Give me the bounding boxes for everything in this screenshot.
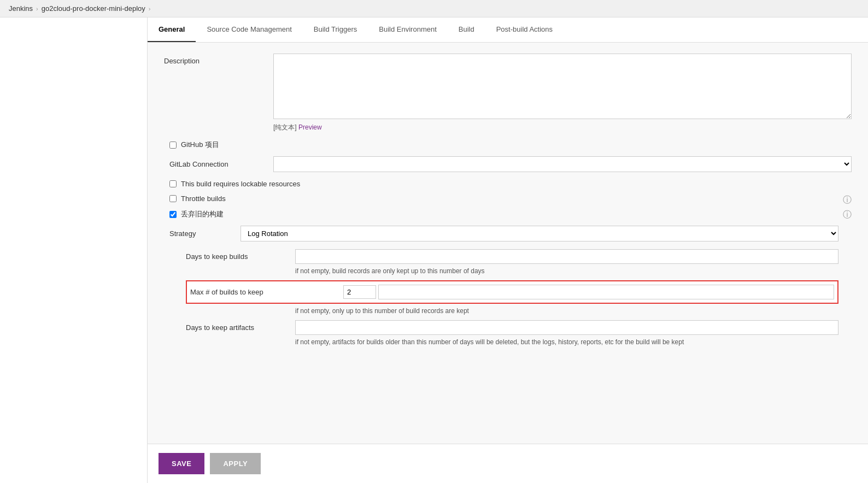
- tab-post-build[interactable]: Post-build Actions: [485, 17, 564, 42]
- github-project-label: GitHub 项目: [181, 140, 219, 150]
- strategy-label: Strategy: [169, 229, 241, 238]
- description-textarea[interactable]: [273, 54, 852, 119]
- days-to-keep-input[interactable]: [295, 249, 838, 264]
- description-label: Description: [164, 54, 273, 65]
- max-builds-outer: Max # of builds to keep: [186, 280, 838, 304]
- sidebar: [0, 17, 148, 483]
- gitlab-connection-select[interactable]: [273, 156, 852, 172]
- lockable-resources-label: This build requires lockable resources: [181, 180, 300, 188]
- description-control: [纯文本] Preview: [273, 54, 852, 132]
- discard-builds-row: 丢弃旧的构建: [164, 209, 838, 219]
- breadcrumb: Jenkins › go2cloud-pro-docker-mini-deplo…: [0, 0, 868, 17]
- max-builds-highlighted: Max # of builds to keep: [186, 280, 838, 304]
- strategy-row: Strategy Log Rotation: [164, 226, 838, 241]
- gitlab-connection-row: GitLab Connection: [164, 156, 852, 172]
- log-rotation-fields: Days to keep builds if not empty, build …: [164, 249, 838, 346]
- max-builds-value-input[interactable]: [343, 285, 376, 299]
- days-to-keep-row: Days to keep builds: [186, 249, 838, 264]
- throttle-builds-outer: Throttle builds ⓘ: [164, 195, 852, 209]
- tab-source-code[interactable]: Source Code Management: [196, 17, 302, 42]
- days-to-keep-label: Days to keep builds: [186, 249, 295, 261]
- tab-build-environment[interactable]: Build Environment: [368, 17, 448, 42]
- breadcrumb-jenkins[interactable]: Jenkins: [9, 4, 33, 13]
- lockable-resources-checkbox[interactable]: [169, 180, 177, 187]
- apply-button[interactable]: APPLY: [210, 453, 261, 474]
- max-builds-label: Max # of builds to keep: [190, 288, 343, 296]
- discard-builds-label: 丢弃旧的构建: [181, 209, 224, 219]
- preview-link[interactable]: Preview: [298, 123, 322, 131]
- tab-bar: General Source Code Management Build Tri…: [148, 17, 868, 43]
- plain-text-label: [纯文本]: [273, 123, 297, 131]
- strategy-select[interactable]: Log Rotation: [241, 226, 838, 241]
- discard-builds-help-icon[interactable]: ⓘ: [843, 209, 852, 221]
- lockable-resources-row: This build requires lockable resources: [164, 180, 852, 188]
- throttle-builds-label: Throttle builds: [181, 195, 226, 203]
- bottom-bar: SAVE APPLY: [148, 444, 868, 483]
- breadcrumb-sep-1: ›: [36, 5, 38, 12]
- days-artifacts-input[interactable]: [295, 320, 838, 335]
- github-project-row: GitHub 项目: [164, 140, 852, 150]
- github-project-checkbox[interactable]: [169, 142, 177, 149]
- breadcrumb-sep-2: ›: [149, 5, 151, 12]
- tab-general[interactable]: General: [148, 17, 196, 42]
- throttle-builds-help-icon[interactable]: ⓘ: [843, 195, 852, 206]
- days-to-keep-hint: if not empty, build records are only kep…: [186, 267, 838, 275]
- days-artifacts-hint: if not empty, artifacts for builds older…: [186, 338, 838, 346]
- discard-builds-outer: 丢弃旧的构建 Strategy Log Rotation: [164, 209, 852, 351]
- throttle-builds-row: Throttle builds: [164, 195, 838, 203]
- days-artifacts-label: Days to keep artifacts: [186, 320, 295, 332]
- form-area: Description [纯文本] Preview GitHub 项目: [148, 43, 868, 406]
- tab-build[interactable]: Build: [448, 17, 485, 42]
- max-builds-rest-input[interactable]: [378, 285, 834, 299]
- max-builds-hint: if not empty, only up to this number of …: [186, 307, 838, 315]
- gitlab-connection-label: GitLab Connection: [164, 160, 273, 168]
- description-row: Description [纯文本] Preview: [164, 54, 852, 132]
- preview-link-row: [纯文本] Preview: [273, 123, 852, 132]
- throttle-builds-checkbox[interactable]: [169, 195, 177, 202]
- tab-build-triggers[interactable]: Build Triggers: [303, 17, 368, 42]
- main-content: General Source Code Management Build Tri…: [148, 17, 868, 483]
- discard-builds-checkbox[interactable]: [169, 211, 177, 218]
- save-button[interactable]: SAVE: [159, 453, 204, 474]
- days-artifacts-row: Days to keep artifacts: [186, 320, 838, 335]
- breadcrumb-project[interactable]: go2cloud-pro-docker-mini-deploy: [42, 4, 145, 13]
